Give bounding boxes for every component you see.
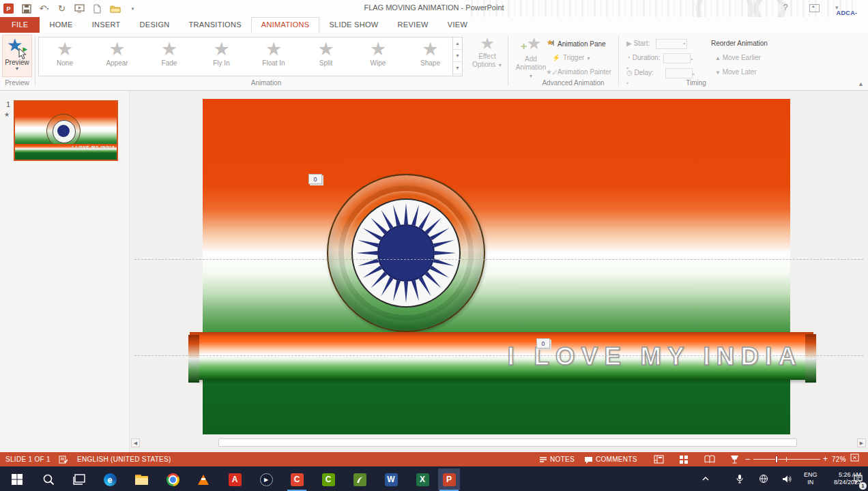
notes-button[interactable]: NOTES — [539, 452, 575, 466]
window-title: FLAG MOVING ANIMATION - PowerPoint — [273, 3, 595, 12]
animation-order-badge[interactable]: 0 — [536, 338, 550, 348]
india-flag-background[interactable] — [203, 99, 790, 434]
zoom-slider-thumb[interactable] — [775, 456, 778, 463]
animation-star-icon: ★ — [303, 39, 349, 59]
tab-view[interactable]: VIEW — [438, 17, 477, 33]
animation-gallery-item-float-in[interactable]: ★Float In — [250, 39, 297, 76]
tab-transitions[interactable]: TRANSITIONS — [179, 17, 251, 33]
move-later-button[interactable]: ▼ Move Later — [715, 68, 757, 76]
animation-star-icon: ★ — [250, 39, 297, 59]
adobe-reader-taskbar-icon[interactable]: A — [226, 471, 244, 488]
tab-review[interactable]: REVIEW — [388, 17, 438, 33]
qat-more-icon[interactable]: ▾ — [127, 3, 139, 14]
slide-indicator[interactable]: SLIDE 1 OF 1 — [5, 452, 50, 466]
horizontal-guide[interactable] — [134, 259, 863, 260]
kmplayer-taskbar-icon[interactable]: ▶ — [257, 471, 275, 488]
file-explorer-taskbar-icon[interactable] — [132, 471, 150, 488]
slide-thumbnail-panel: 1 ★ I LOVE MY INDIA — [0, 91, 130, 452]
trigger-button[interactable]: ⚡Trigger ▼ — [551, 54, 591, 61]
vlc-taskbar-icon[interactable] — [194, 471, 212, 488]
preview-dropdown-icon[interactable]: ▼ — [3, 66, 31, 71]
tab-insert[interactable]: INSERT — [83, 17, 130, 33]
horizontal-scrollbar[interactable]: ◀ ▶ — [130, 438, 868, 448]
advanced-animation-group-label: Advanced Animation — [519, 79, 628, 87]
tab-home[interactable]: HOME — [40, 17, 82, 33]
network-icon[interactable] — [759, 466, 768, 491]
slide-thumbnail[interactable]: I LOVE MY INDIA — [14, 100, 118, 161]
animation-gallery-item-split[interactable]: ★Split — [303, 39, 349, 76]
notification-count-badge: 1 — [859, 482, 867, 490]
camtasia-green-taskbar-icon[interactable]: C — [319, 471, 337, 488]
redo-icon[interactable]: ↻ — [56, 3, 68, 14]
animation-gallery-item-wipe[interactable]: ★Wipe — [355, 39, 401, 76]
animation-gallery-item-shape[interactable]: ★Shape — [407, 39, 454, 76]
ribbon-display-options-icon[interactable] — [809, 4, 820, 12]
comments-button[interactable]: COMMENTS — [584, 452, 637, 466]
spellcheck-icon[interactable] — [59, 452, 71, 466]
powerpoint-window: P↶▾↻▾ FLAG MOVING ANIMATION - PowerPoint… — [0, 0, 868, 491]
animation-pane-button[interactable]: Animation Pane — [546, 39, 606, 48]
banner-bar-shape[interactable]: I LOVE MY INDIA — [190, 332, 813, 380]
chrome-taskbar-icon[interactable] — [164, 471, 182, 488]
animation-gallery-item-fly-in[interactable]: ★Fly In — [199, 39, 245, 76]
action-center-icon[interactable]: 1 — [853, 466, 863, 491]
scroll-left-icon[interactable]: ◀ — [131, 438, 140, 447]
microphone-icon[interactable] — [736, 466, 744, 491]
powerpoint-taskbar-icon[interactable]: P — [440, 471, 458, 488]
gallery-scroll-down-icon[interactable]: ▼ — [453, 50, 462, 62]
animation-gallery-item-appear[interactable]: ★Appear — [94, 39, 141, 76]
windows-taskbar: eA▶CCWXP ENGIN 5:26 AM8/24/2023 1 — [0, 466, 868, 491]
animation-painter-button[interactable]: ★🖉Animation Painter — [546, 68, 611, 76]
gallery-scroll-up-icon[interactable]: ▲ — [453, 38, 462, 50]
animation-gallery-item-fade[interactable]: ★Fade — [146, 39, 192, 76]
language-tray-indicator[interactable]: ENGIN — [804, 466, 818, 491]
tab-slide-show[interactable]: SLIDE SHOW — [319, 17, 388, 33]
task-view-taskbar-icon[interactable] — [70, 471, 88, 488]
start-slideshow-icon[interactable] — [74, 3, 85, 14]
ribbon: ★▶ Preview ▼ Preview ▲ ▼ ▼ ★None★Appear★… — [0, 33, 868, 91]
animation-order-badge[interactable]: 0 — [308, 174, 322, 184]
undo-icon[interactable]: ↶▾ — [38, 3, 50, 14]
tab-animations[interactable]: ANIMATIONS — [251, 17, 320, 33]
zoom-in-icon[interactable]: + — [823, 452, 828, 466]
open-folder-icon[interactable] — [109, 3, 121, 14]
excel-taskbar-icon[interactable]: X — [414, 471, 431, 488]
start-taskbar-icon[interactable] — [8, 471, 26, 488]
camtasia-taskbar-icon[interactable]: C — [288, 471, 306, 488]
tray-chevron-icon[interactable] — [701, 466, 710, 491]
banner-text: I LOVE MY INDIA — [508, 332, 802, 380]
zoom-percentage[interactable]: 72% — [832, 452, 846, 466]
add-animation-button[interactable]: ✚★ Add Animation ▼ — [513, 35, 549, 78]
scrollbar-thumb[interactable] — [218, 438, 797, 447]
title-bar: P↶▾↻▾ FLAG MOVING ANIMATION - PowerPoint… — [0, 0, 868, 17]
effect-options-button[interactable]: ★ Effect Options ▼ — [469, 35, 505, 78]
help-icon[interactable]: ? — [783, 3, 788, 12]
horizontal-guide[interactable] — [134, 355, 863, 356]
move-earlier-button[interactable]: ▲ Move Earlier — [715, 54, 761, 61]
zoom-out-icon[interactable]: − — [745, 452, 751, 466]
snagit-taskbar-icon[interactable] — [351, 471, 368, 488]
word-taskbar-icon[interactable]: W — [382, 471, 400, 488]
fit-slide-icon[interactable] — [850, 452, 859, 466]
ribbon-tab-row: FILEHOMEINSERTDESIGNTRANSITIONSANIMATION… — [0, 17, 868, 33]
tab-file[interactable]: FILE — [0, 17, 40, 33]
animation-group-label: Animation — [205, 79, 328, 87]
slide-canvas[interactable]: I LOVE MY INDIA 0 0 ◀ ▶ — [130, 91, 868, 452]
start-field[interactable]: ▶ Start: ▾ — [626, 39, 687, 49]
powerpoint-logo-icon[interactable]: P — [3, 3, 14, 14]
scroll-right-icon[interactable]: ▶ — [857, 438, 866, 447]
ashoka-chakra-shape[interactable] — [327, 174, 485, 332]
animation-gallery-item-none[interactable]: ★None — [42, 39, 88, 76]
search-taskbar-icon[interactable] — [40, 471, 57, 488]
zoom-slider[interactable] — [753, 459, 820, 460]
gallery-scrollbar[interactable]: ▲ ▼ ▼ — [452, 38, 462, 76]
edge-taskbar-icon[interactable]: e — [101, 471, 119, 488]
new-document-icon[interactable] — [91, 3, 103, 14]
speaker-icon[interactable] — [782, 466, 792, 491]
animation-painter-icon: ★🖉 — [546, 68, 555, 76]
language-indicator[interactable]: ENGLISH (UNITED STATES) — [77, 452, 171, 466]
collapse-ribbon-icon[interactable]: ▲ — [858, 80, 864, 87]
tab-design[interactable]: DESIGN — [130, 17, 179, 33]
gallery-more-icon[interactable]: ▼ — [453, 62, 462, 74]
save-icon[interactable] — [20, 3, 32, 14]
